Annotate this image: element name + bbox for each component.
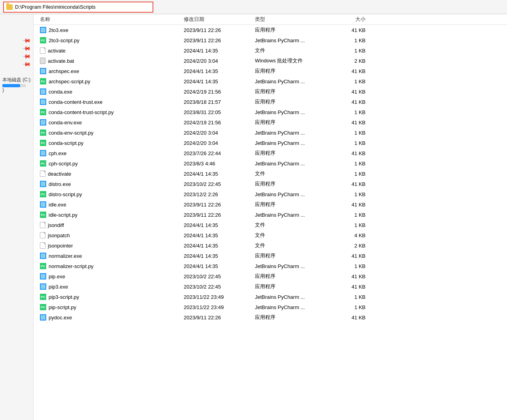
file-name-label: conda-script.py (49, 140, 83, 146)
table-row[interactable]: jsonpatch 2024/4/1 14:35 文件 4 KB (34, 230, 507, 240)
pin-icon-4[interactable]: 📌 (22, 59, 31, 68)
table-row[interactable]: PC idle-script.py 2023/9/11 22:26 JetBra… (34, 210, 507, 220)
file-name-label: cph-script.py (49, 161, 78, 167)
file-icon (40, 232, 45, 238)
file-name-cell: conda-env.exe (34, 119, 184, 126)
table-row[interactable]: jsondiff 2024/4/1 14:35 文件 1 KB (34, 220, 507, 230)
file-type: JetBrains PyCharm ... (255, 140, 334, 146)
file-name-cell: PC normalizer-script.py (34, 263, 184, 269)
file-size: 41 KB (334, 284, 373, 290)
file-name-label: cph.exe (49, 150, 67, 156)
file-name-cell: PC pip3-script.py (34, 294, 184, 300)
table-row[interactable]: pydoc.exe 2023/9/11 22:26 应用程序 41 KB (34, 312, 507, 322)
py-icon: PC (40, 263, 46, 269)
address-bar-area: D:\Program Files\miniconda\Scripts (0, 0, 507, 14)
file-type: JetBrains PyCharm ... (255, 79, 334, 84)
file-name-label: activate.bat (48, 58, 74, 64)
table-row[interactable]: PC distro-script.py 2023/12/2 2:26 JetBr… (34, 189, 507, 199)
file-name-cell: normalizer.exe (34, 253, 184, 259)
file-date: 2024/4/1 14:35 (184, 243, 255, 249)
exe-icon (40, 283, 46, 290)
file-name-cell: jsonpointer (34, 242, 184, 249)
table-row[interactable]: PC normalizer-script.py 2024/4/1 14:35 J… (34, 261, 507, 271)
file-name-label: 2to3.exe (49, 27, 68, 33)
file-name-cell: PC conda-env-script.py (34, 129, 184, 136)
file-name-label: 2to3-script.py (49, 38, 79, 43)
file-size: 41 KB (334, 150, 373, 156)
file-date: 2024/2/20 3:04 (184, 140, 255, 146)
file-size: 1 KB (334, 140, 373, 146)
file-date: 2024/4/1 14:35 (184, 48, 255, 54)
table-row[interactable]: PC conda-content-trust-script.py 2023/8/… (34, 107, 507, 117)
file-date: 2023/10/2 22:45 (184, 181, 255, 187)
table-row[interactable]: PC cph-script.py 2023/8/3 4:46 JetBrains… (34, 158, 507, 169)
file-size: 1 KB (334, 38, 373, 43)
table-row[interactable]: activate 2024/4/1 14:35 文件 1 KB (34, 45, 507, 56)
file-size: 41 KB (334, 315, 373, 321)
col-header-size[interactable]: 大小 (334, 16, 373, 23)
table-row[interactable]: pip.exe 2023/10/2 22:45 应用程序 41 KB (34, 271, 507, 281)
file-name-cell: 2to3.exe (34, 27, 184, 33)
table-row[interactable]: conda.exe 2024/2/19 21:56 应用程序 41 KB (34, 86, 507, 97)
table-row[interactable]: PC 2to3-script.py 2023/9/11 22:26 JetBra… (34, 35, 507, 45)
col-header-date[interactable]: 修改日期 (184, 16, 255, 23)
drive-label: 本地磁盘 (C:) (2, 77, 31, 83)
table-row[interactable]: pip3.exe 2023/10/2 22:45 应用程序 41 KB (34, 281, 507, 292)
table-row[interactable]: conda-env.exe 2024/2/19 21:56 应用程序 41 KB (34, 117, 507, 128)
file-name-label: pip3-script.py (49, 294, 79, 300)
file-name-label: pip.exe (49, 274, 65, 279)
file-type: JetBrains PyCharm ... (255, 38, 334, 43)
drive-bar-bg (2, 84, 26, 87)
table-row[interactable]: distro.exe 2023/10/2 22:45 应用程序 41 KB (34, 179, 507, 189)
file-list-area[interactable]: 名称 修改日期 类型 大小 2to3.exe 2023/9/11 22:26 应… (34, 14, 507, 420)
table-row[interactable]: archspec.exe 2024/4/1 14:35 应用程序 41 KB (34, 66, 507, 76)
file-date: 2024/2/19 21:56 (184, 89, 255, 95)
file-name-cell: PC distro-script.py (34, 191, 184, 197)
file-type: 应用程序 (255, 314, 334, 321)
file-type: JetBrains PyCharm ... (255, 191, 334, 197)
col-header-type[interactable]: 类型 (255, 16, 334, 23)
file-size: 41 KB (334, 274, 373, 279)
drive-section: 本地磁盘 (C:) ) (0, 75, 33, 94)
exe-icon (40, 314, 46, 321)
file-size: 1 KB (334, 191, 373, 197)
table-row[interactable]: PC pip-script.py 2023/11/22 23:49 JetBra… (34, 302, 507, 312)
address-bar[interactable]: D:\Program Files\miniconda\Scripts (3, 2, 153, 13)
file-type: 应用程序 (255, 180, 334, 188)
exe-icon (40, 27, 46, 33)
file-size: 1 KB (334, 171, 373, 177)
table-row[interactable]: conda-content-trust.exe 2023/8/18 21:57 … (34, 97, 507, 107)
table-row[interactable]: idle.exe 2023/9/11 22:26 应用程序 41 KB (34, 199, 507, 210)
file-type: JetBrains PyCharm ... (255, 130, 334, 136)
file-size: 4 KB (334, 232, 373, 238)
file-size: 1 KB (334, 130, 373, 136)
file-name-cell: PC archspec-script.py (34, 78, 184, 84)
file-size: 1 KB (334, 109, 373, 115)
file-date: 2024/4/1 14:35 (184, 79, 255, 84)
table-row[interactable]: normalizer.exe 2024/4/1 14:35 应用程序 41 KB (34, 251, 507, 261)
file-name-cell: PC conda-script.py (34, 140, 184, 146)
file-name-cell: archspec.exe (34, 68, 184, 74)
file-name-label: activate (48, 48, 66, 54)
file-date: 2024/2/20 3:04 (184, 58, 255, 64)
exe-icon (40, 119, 46, 126)
file-size: 41 KB (334, 99, 373, 105)
file-name-cell: pip3.exe (34, 283, 184, 290)
col-header-name[interactable]: 名称 (34, 16, 184, 23)
file-size: 41 KB (334, 253, 373, 259)
file-date: 2023/8/18 21:57 (184, 99, 255, 105)
table-row[interactable]: activate.bat 2024/2/20 3:04 Windows 批处理文… (34, 56, 507, 66)
table-row[interactable]: cph.exe 2023/7/26 22:44 应用程序 41 KB (34, 148, 507, 158)
table-row[interactable]: PC archspec-script.py 2024/4/1 14:35 Jet… (34, 76, 507, 86)
table-row[interactable]: PC pip3-script.py 2023/11/22 23:49 JetBr… (34, 292, 507, 302)
file-name-cell: conda-content-trust.exe (34, 99, 184, 105)
file-rows-container: 2to3.exe 2023/9/11 22:26 应用程序 41 KB PC 2… (34, 25, 507, 322)
table-row[interactable]: deactivate 2024/4/1 14:35 文件 1 KB (34, 169, 507, 179)
table-row[interactable]: jsonpointer 2024/4/1 14:35 文件 2 KB (34, 240, 507, 251)
table-row[interactable]: 2to3.exe 2023/9/11 22:26 应用程序 41 KB (34, 25, 507, 35)
table-row[interactable]: PC conda-script.py 2024/2/20 3:04 JetBra… (34, 138, 507, 148)
file-size: 1 KB (334, 294, 373, 300)
file-date: 2023/9/11 22:26 (184, 202, 255, 208)
table-row[interactable]: PC conda-env-script.py 2024/2/20 3:04 Je… (34, 128, 507, 138)
file-size: 41 KB (334, 68, 373, 74)
